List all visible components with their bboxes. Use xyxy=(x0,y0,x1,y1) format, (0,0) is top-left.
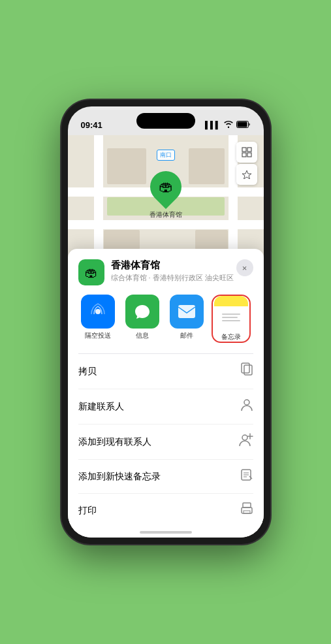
dynamic-island xyxy=(136,113,195,129)
quick-note-icon xyxy=(240,468,253,485)
svg-rect-7 xyxy=(178,305,195,318)
phone-screen: 09:41 ▌▌▌ xyxy=(68,106,264,538)
share-app-notes[interactable]: 备忘录 xyxy=(212,295,251,343)
map-controls xyxy=(236,142,257,185)
action-print-label: 打印 xyxy=(78,505,97,517)
close-button[interactable]: × xyxy=(236,259,253,276)
notes-line-3 xyxy=(222,320,240,321)
pin-stadium-icon: 🏟 xyxy=(159,178,173,195)
person-add-icon xyxy=(239,433,253,451)
action-add-quick-note-label: 添加到新快速备忘录 xyxy=(78,471,161,483)
svg-rect-3 xyxy=(247,148,251,152)
location-info: 香港体育馆 综合体育馆 · 香港特别行政区 油尖旺区 xyxy=(111,259,236,283)
battery-icon xyxy=(236,121,251,129)
person-icon xyxy=(240,398,253,415)
location-header: 🏟 香港体育馆 综合体育馆 · 香港特别行政区 油尖旺区 × xyxy=(78,259,253,285)
phone-frame: 09:41 ▌▌▌ xyxy=(61,100,270,544)
action-print[interactable]: 打印 xyxy=(78,494,253,527)
action-add-existing-label: 添加到现有联系人 xyxy=(78,436,151,448)
print-icon xyxy=(240,502,253,519)
notes-lines xyxy=(219,311,244,325)
copy-icon xyxy=(240,362,253,380)
location-pin: 🏟 香港体育馆 xyxy=(150,171,182,219)
action-add-quick-note[interactable]: 添加到新快速备忘录 xyxy=(78,460,253,494)
svg-rect-1 xyxy=(237,121,247,127)
notes-line-2 xyxy=(222,317,238,318)
mail-icon xyxy=(170,295,204,329)
svg-point-11 xyxy=(242,435,247,440)
notes-label: 备忘录 xyxy=(221,332,241,342)
svg-point-6 xyxy=(95,309,101,314)
share-app-airdrop[interactable]: 隔空投送 xyxy=(78,295,118,343)
action-add-existing-contact[interactable]: 添加到现有联系人 xyxy=(78,425,253,460)
share-app-messages[interactable]: 信息 xyxy=(123,295,162,343)
svg-rect-5 xyxy=(247,153,251,157)
venue-name: 香港体育馆 xyxy=(111,259,236,272)
home-indicator xyxy=(140,531,192,534)
action-new-contact[interactable]: 新建联系人 xyxy=(78,389,253,425)
airdrop-icon xyxy=(81,295,115,329)
svg-point-10 xyxy=(244,400,249,405)
airdrop-label: 隔空投送 xyxy=(85,331,111,340)
svg-rect-13 xyxy=(243,503,251,507)
venue-address: 综合体育馆 · 香港特别行政区 油尖旺区 xyxy=(111,273,236,283)
notes-icon xyxy=(214,296,248,330)
signal-icon: ▌▌▌ xyxy=(205,121,220,129)
svg-rect-2 xyxy=(242,148,246,152)
action-copy[interactable]: 拷贝 xyxy=(78,354,253,389)
status-time: 09:41 xyxy=(81,120,102,130)
location-button[interactable] xyxy=(236,164,257,185)
action-list: 拷贝 新建联系人 xyxy=(78,353,253,527)
bottom-sheet: 🏟 香港体育馆 综合体育馆 · 香港特别行政区 油尖旺区 × xyxy=(68,249,264,538)
action-copy-label: 拷贝 xyxy=(78,366,97,378)
notes-line-1 xyxy=(222,314,240,315)
mail-label: 邮件 xyxy=(180,331,193,340)
pin-icon-bg: 🏟 xyxy=(144,165,188,209)
map-view-toggle-button[interactable] xyxy=(236,142,257,163)
status-icons: ▌▌▌ xyxy=(205,121,250,129)
share-apps-row: 隔空投送 信息 xyxy=(78,295,253,343)
action-new-contact-label: 新建联系人 xyxy=(78,401,124,413)
svg-rect-4 xyxy=(242,153,246,157)
map-label-south: 南口 xyxy=(157,150,175,161)
pin-label: 香港体育馆 xyxy=(150,210,182,219)
wifi-icon xyxy=(224,121,233,129)
messages-icon xyxy=(125,295,159,329)
venue-icon: 🏟 xyxy=(78,259,104,285)
messages-label: 信息 xyxy=(136,331,149,340)
share-app-mail[interactable]: 邮件 xyxy=(167,295,206,343)
